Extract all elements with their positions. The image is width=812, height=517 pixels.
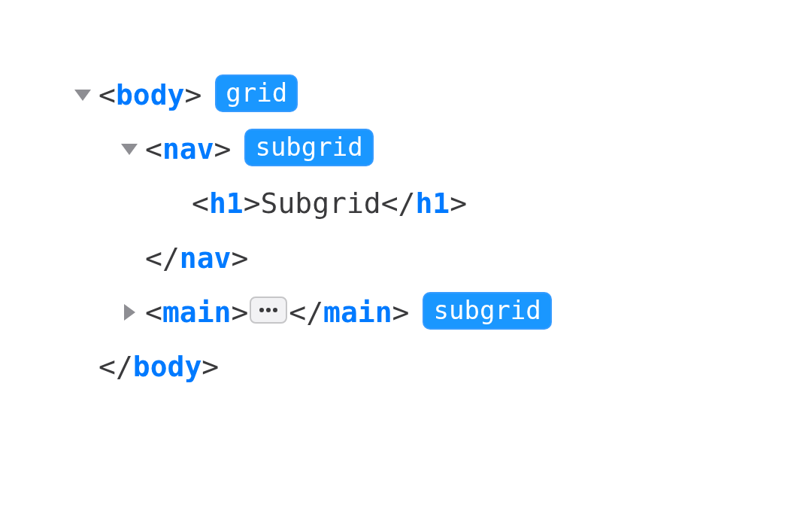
bracket: >: [231, 285, 248, 339]
bracket: >: [214, 122, 232, 176]
bracket: <: [98, 68, 116, 122]
svg-point-2: [273, 308, 277, 312]
tree-row-h1[interactable]: <h1>Subgrid</h1>: [71, 176, 812, 230]
tag-main: main: [162, 285, 232, 339]
svg-point-1: [266, 308, 271, 312]
tag-main: main: [323, 285, 392, 339]
tag-h1: h1: [415, 176, 450, 230]
bracket: </: [145, 231, 180, 285]
bracket: </: [289, 285, 323, 339]
chevron-down-icon[interactable]: [118, 144, 141, 155]
bracket: <: [192, 176, 209, 230]
tag-nav: nav: [180, 231, 232, 285]
tree-row-body-close[interactable]: </body>: [71, 339, 812, 394]
tree-row-nav-close[interactable]: </nav>: [71, 231, 812, 285]
dom-tree: <body> grid <nav> subgrid <h1>Subgrid</h…: [0, 0, 812, 394]
tree-row-nav-open[interactable]: <nav> subgrid: [71, 122, 812, 176]
bracket: >: [201, 339, 219, 394]
text-content: Subgrid: [261, 176, 381, 230]
tag-body: body: [116, 68, 185, 122]
bracket: </: [381, 176, 416, 230]
bracket: >: [450, 176, 467, 230]
bracket: >: [392, 285, 410, 339]
ellipsis-icon[interactable]: [250, 297, 287, 324]
tree-row-body-open[interactable]: <body> grid: [71, 68, 812, 122]
tag-nav: nav: [162, 122, 214, 176]
svg-point-0: [259, 308, 264, 312]
tag-body: body: [133, 339, 202, 394]
bracket: >: [231, 231, 248, 285]
tag-h1: h1: [209, 176, 244, 230]
bracket: >: [184, 68, 201, 122]
bracket: >: [244, 176, 261, 230]
bracket: <: [145, 285, 162, 339]
layout-badge-subgrid[interactable]: subgrid: [423, 292, 551, 330]
bracket: <: [145, 122, 162, 176]
chevron-right-icon[interactable]: [118, 304, 141, 321]
layout-badge-grid[interactable]: grid: [215, 75, 298, 112]
bracket: </: [98, 339, 133, 394]
tree-row-main[interactable]: <main> </main> subgrid: [71, 285, 812, 339]
chevron-down-icon[interactable]: [71, 90, 94, 101]
layout-badge-subgrid[interactable]: subgrid: [244, 129, 373, 166]
